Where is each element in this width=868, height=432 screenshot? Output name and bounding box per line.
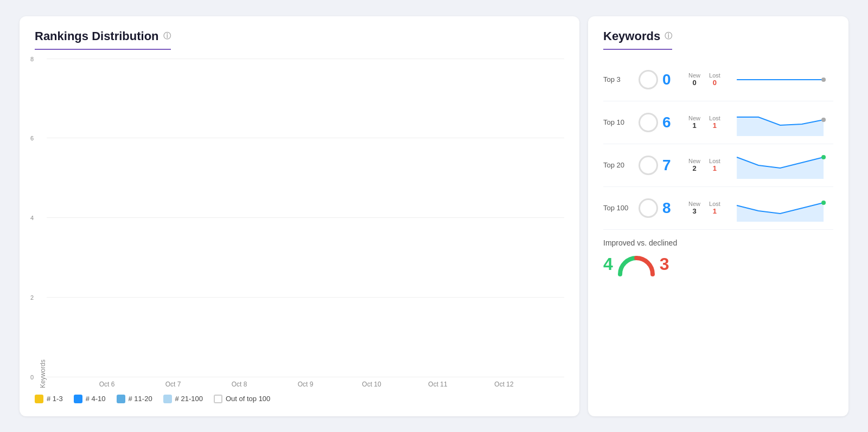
x-labels: Oct 6Oct 7Oct 8Oct 9Oct 10Oct 11Oct 12 (47, 377, 564, 388)
kw-lost-stat: Lost0 (709, 72, 720, 87)
x-label: Oct 7 (149, 381, 197, 388)
sparkline-svg (727, 109, 833, 136)
grid-label: 0 (30, 374, 34, 381)
kw-lost-stat: Lost1 (709, 158, 720, 172)
improved-section: Improved vs. declined 4 3 (603, 238, 833, 275)
kw-new-stat: New2 (688, 158, 700, 172)
sparkline-svg (727, 66, 833, 93)
kw-lost-label: Lost (709, 115, 720, 121)
info-icon[interactable]: ⓘ (163, 31, 171, 41)
svg-point-3 (821, 201, 826, 205)
kw-lost-label: Lost (709, 72, 720, 79)
kw-row: Top 207New2Lost1 (603, 144, 833, 187)
chart-inner: 86420 Oct 6Oct 7Oct 8Oct 9Oct 10Oct 11Oc… (47, 59, 564, 388)
chart-plot: 86420 (47, 59, 564, 377)
gauge-chart (617, 254, 655, 275)
grid-label: 6 (30, 135, 34, 141)
kw-lost-label: Lost (709, 158, 720, 164)
right-panel: Keywords ⓘ Top 30New0Lost0Top 106New1Los… (588, 16, 848, 416)
legend-label: # 11-20 (129, 395, 152, 403)
title-text: Rankings Distribution (35, 29, 159, 43)
kw-value: 6 (662, 114, 684, 131)
grid-label: 8 (30, 56, 34, 62)
x-label: Oct 9 (281, 381, 330, 388)
kw-new-stat: New0 (688, 72, 700, 87)
kw-new-value: 3 (692, 207, 696, 215)
kw-new-stat: New1 (688, 115, 700, 130)
legend-label: # 4-10 (86, 395, 106, 403)
chart-area: Keywords 86420 Oct 6Oct 7Oct 8Oct 9Oct 1… (35, 59, 564, 388)
sparkline-svg (727, 152, 833, 179)
kw-sparkline (727, 195, 833, 222)
keywords-title-text: Keywords (603, 29, 660, 43)
kw-row: Top 30New0Lost0 (603, 59, 833, 101)
kw-value: 0 (662, 71, 684, 88)
kw-lost-value: 1 (713, 121, 717, 130)
kw-value: 7 (662, 157, 684, 174)
kw-new-value: 0 (692, 79, 696, 87)
rankings-distribution-title: Rankings Distribution ⓘ (35, 29, 171, 50)
legend-color-box (214, 395, 222, 403)
kw-lost-stat: Lost1 (709, 201, 720, 215)
bars-container (63, 59, 564, 377)
kw-new-value: 1 (692, 121, 696, 130)
y-axis-label: Keywords (35, 59, 47, 388)
keywords-title: Keywords ⓘ (603, 29, 672, 50)
kw-stats: New0Lost0 (688, 72, 720, 87)
x-label: Oct 10 (347, 381, 396, 388)
kw-sparkline (727, 66, 833, 93)
improved-number: 4 (603, 254, 613, 274)
kw-row: Top 106New1Lost1 (603, 101, 833, 144)
kw-row: Top 1008New3Lost1 (603, 187, 833, 230)
kw-new-label: New (688, 72, 700, 79)
kw-circle (639, 156, 658, 175)
kw-new-stat: New3 (688, 201, 700, 215)
kw-lost-stat: Lost1 (709, 115, 720, 130)
legend-color-box (35, 395, 43, 403)
x-label: Oct 8 (215, 381, 264, 388)
svg-point-2 (821, 155, 826, 159)
declined-number: 3 (660, 254, 669, 274)
kw-stats: New2Lost1 (688, 158, 720, 172)
kw-stats: New1Lost1 (688, 115, 720, 130)
kw-sparkline (727, 152, 833, 179)
kw-lost-value: 0 (713, 79, 717, 87)
x-label: Oct 12 (480, 381, 528, 388)
kw-circle (639, 70, 658, 89)
kw-row-label: Top 100 (603, 204, 639, 212)
kw-lost-value: 1 (713, 164, 717, 172)
legend-label: # 21-100 (175, 395, 203, 403)
kw-new-label: New (688, 115, 700, 121)
grid-label: 2 (30, 294, 34, 301)
kw-row-label: Top 20 (603, 161, 639, 169)
x-label: Oct 11 (413, 381, 462, 388)
kw-new-value: 2 (692, 164, 696, 172)
legend-item: # 1-3 (35, 395, 63, 403)
legend-item: Out of top 100 (214, 395, 270, 403)
legend-color-box (163, 395, 172, 403)
legend-color-box (74, 395, 82, 403)
kw-stats: New3Lost1 (688, 201, 720, 215)
kw-row-label: Top 10 (603, 118, 639, 126)
keywords-info-icon[interactable]: ⓘ (665, 31, 672, 41)
improved-title: Improved vs. declined (603, 238, 833, 247)
kw-circle (639, 113, 658, 132)
legend-label: # 1-3 (47, 395, 63, 403)
svg-point-1 (821, 118, 826, 122)
legend: # 1-3# 4-10# 11-20# 21-100Out of top 100 (35, 395, 564, 403)
legend-label: Out of top 100 (226, 395, 270, 403)
kw-new-label: New (688, 201, 700, 207)
kw-row-label: Top 3 (603, 75, 639, 83)
kw-lost-label: Lost (709, 201, 720, 207)
legend-color-box (117, 395, 125, 403)
svg-point-0 (821, 78, 826, 82)
improved-content: 4 3 (603, 254, 833, 275)
grid-label: 4 (30, 215, 34, 221)
x-label: Oct 6 (82, 381, 131, 388)
keywords-section: Top 30New0Lost0Top 106New1Lost1Top 207Ne… (603, 59, 833, 230)
kw-new-label: New (688, 158, 700, 164)
legend-item: # 21-100 (163, 395, 203, 403)
left-panel: Rankings Distribution ⓘ Keywords 86420 O… (20, 16, 579, 416)
grid-line: 0 (47, 377, 564, 377)
legend-item: # 11-20 (117, 395, 152, 403)
